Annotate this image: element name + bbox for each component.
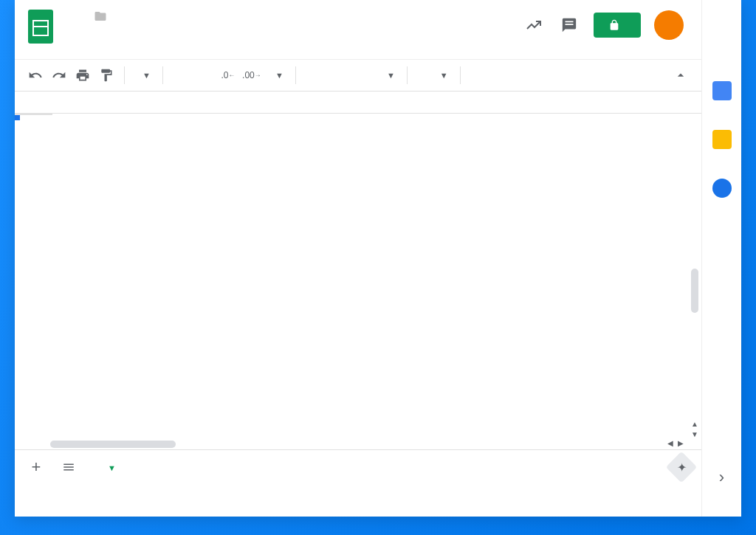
account-avatar[interactable] <box>654 10 684 40</box>
scroll-left-icon[interactable]: ◀ <box>667 439 676 449</box>
toolbar-separator <box>460 66 461 84</box>
v-scroll-thumb[interactable] <box>691 269 698 313</box>
toolbar-separator <box>295 66 296 84</box>
redo-button[interactable] <box>49 64 69 86</box>
comments-icon[interactable] <box>558 14 580 36</box>
title-block <box>68 6 523 32</box>
sheet-tab[interactable]: ▼ <box>89 455 128 480</box>
side-panel-toggle[interactable]: › <box>719 468 724 487</box>
formula-input[interactable] <box>39 97 695 108</box>
toolbar-separator <box>407 66 408 84</box>
all-sheets-button[interactable] <box>56 455 81 480</box>
keep-addon-icon[interactable] <box>712 130 732 149</box>
format-currency-button[interactable] <box>171 64 191 86</box>
app-window: ▼ .0← .00→ ▼ ▼ ▼ <box>15 0 741 517</box>
paint-format-button[interactable] <box>96 64 117 86</box>
add-sheet-button[interactable]: + <box>24 455 49 480</box>
h-scroll-thumb[interactable] <box>50 441 176 448</box>
scroll-up-icon[interactable]: ▲ <box>690 420 700 429</box>
share-button[interactable] <box>594 13 641 38</box>
undo-button[interactable] <box>25 64 46 86</box>
toolbar: ▼ .0← .00→ ▼ ▼ ▼ <box>15 59 701 92</box>
calendar-addon-icon[interactable] <box>712 81 732 100</box>
select-all-corner[interactable] <box>16 114 52 115</box>
main-area: ▼ .0← .00→ ▼ ▼ ▼ <box>15 0 701 517</box>
sheets-logo[interactable] <box>25 6 56 47</box>
tasks-addon-icon[interactable] <box>712 179 732 198</box>
format-percent-button[interactable] <box>194 64 215 86</box>
lock-icon <box>608 19 620 31</box>
header <box>15 0 701 59</box>
title-row <box>68 6 523 30</box>
zoom-select[interactable]: ▼ <box>132 71 155 80</box>
increase-decimal-button[interactable]: .00→ <box>241 64 262 86</box>
header-right <box>523 6 691 40</box>
activity-icon[interactable] <box>523 14 545 36</box>
horizontal-scrollbar[interactable]: ◀ ▶ <box>50 439 687 449</box>
chevron-down-icon: ▼ <box>142 71 151 80</box>
more-formats-button[interactable]: ▼ <box>265 71 288 80</box>
print-button[interactable] <box>72 64 93 86</box>
sheets-logo-icon <box>28 10 53 44</box>
toolbar-separator <box>162 66 163 84</box>
vertical-scrollbar[interactable]: ▲ ▼ <box>690 136 700 439</box>
scroll-right-icon[interactable]: ▶ <box>678 439 687 449</box>
chevron-down-icon: ▼ <box>275 71 284 80</box>
selection-fill-handle[interactable] <box>15 115 20 120</box>
explore-button[interactable]: ✦ <box>666 452 697 483</box>
grid-table <box>15 114 701 115</box>
collapse-toolbar-button[interactable] <box>670 64 691 86</box>
font-select[interactable]: ▼ <box>303 71 399 80</box>
decrease-decimal-button[interactable]: .0← <box>218 64 238 86</box>
move-folder-icon[interactable] <box>93 10 108 27</box>
scroll-down-icon[interactable]: ▼ <box>690 430 700 439</box>
document-title[interactable] <box>68 16 74 19</box>
font-size-select[interactable]: ▼ <box>415 71 453 80</box>
chevron-down-icon: ▼ <box>108 463 116 472</box>
side-panel: › <box>701 0 741 517</box>
toolbar-separator <box>124 66 125 84</box>
spreadsheet-grid[interactable]: ▲ ▼ ◀ ▶ <box>15 114 701 450</box>
more-toolbar-button[interactable] <box>468 64 489 86</box>
chevron-down-icon: ▼ <box>387 71 395 80</box>
formula-bar <box>15 92 701 114</box>
sheet-tabs-bar: + ▼ ✦ <box>15 450 701 484</box>
chevron-down-icon: ▼ <box>440 71 448 80</box>
